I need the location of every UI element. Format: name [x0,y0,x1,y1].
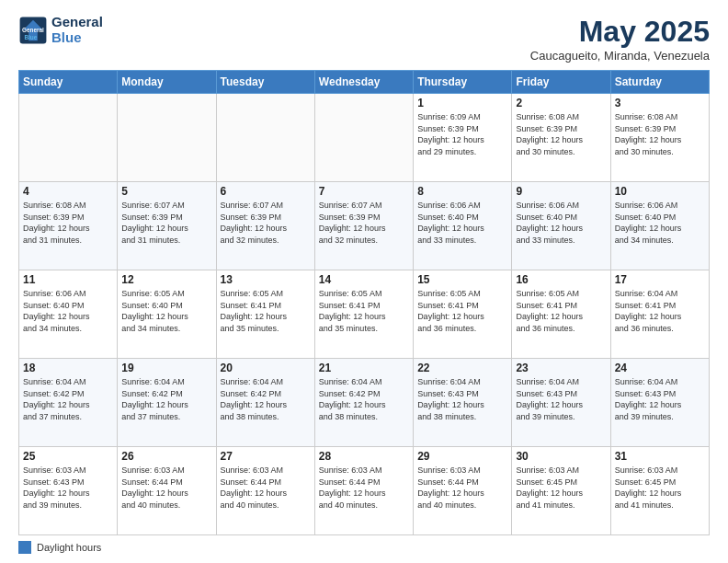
day-number: 25 [23,450,113,463]
day-info: Sunrise: 6:03 AM Sunset: 6:44 PM Dayligh… [319,465,409,511]
day-info: Sunrise: 6:05 AM Sunset: 6:40 PM Dayligh… [121,288,211,334]
calendar-cell: 6Sunrise: 6:07 AM Sunset: 6:39 PM Daylig… [216,182,314,270]
day-number: 6 [221,185,311,198]
day-info: Sunrise: 6:05 AM Sunset: 6:41 PM Dayligh… [417,288,507,334]
day-number: 8 [417,185,507,198]
day-number: 30 [516,450,606,463]
day-number: 13 [221,273,311,286]
legend-color-box [18,541,31,554]
calendar-cell: 28Sunrise: 6:03 AM Sunset: 6:44 PM Dayli… [314,447,413,535]
legend: Daylight hours [18,541,710,554]
calendar-header-friday: Friday [512,71,610,94]
calendar-header-monday: Monday [118,71,216,94]
day-info: Sunrise: 6:07 AM Sunset: 6:39 PM Dayligh… [221,200,311,246]
logo-text-general: General [51,15,103,30]
day-info: Sunrise: 6:06 AM Sunset: 6:40 PM Dayligh… [615,200,705,246]
day-info: Sunrise: 6:07 AM Sunset: 6:39 PM Dayligh… [121,200,211,246]
calendar-cell: 16Sunrise: 6:05 AM Sunset: 6:41 PM Dayli… [512,270,610,359]
calendar-cell: 1Sunrise: 6:09 AM Sunset: 6:39 PM Daylig… [414,94,512,182]
day-info: Sunrise: 6:03 AM Sunset: 6:44 PM Dayligh… [221,465,311,511]
calendar-cell: 4Sunrise: 6:08 AM Sunset: 6:39 PM Daylig… [19,182,118,270]
day-number: 21 [319,362,409,374]
calendar-header-tuesday: Tuesday [216,71,314,94]
calendar-cell: 12Sunrise: 6:05 AM Sunset: 6:40 PM Dayli… [118,270,216,359]
logo-icon: General Blue [18,16,48,45]
svg-text:Blue: Blue [24,33,37,40]
calendar-table: SundayMondayTuesdayWednesdayThursdayFrid… [18,70,710,535]
calendar-week-2: 4Sunrise: 6:08 AM Sunset: 6:39 PM Daylig… [19,182,710,270]
location: Caucagueito, Miranda, Venezuela [530,49,710,63]
calendar-cell: 5Sunrise: 6:07 AM Sunset: 6:39 PM Daylig… [118,182,216,270]
day-info: Sunrise: 6:06 AM Sunset: 6:40 PM Dayligh… [516,200,606,246]
calendar-cell: 14Sunrise: 6:05 AM Sunset: 6:41 PM Dayli… [314,270,413,359]
day-info: Sunrise: 6:05 AM Sunset: 6:41 PM Dayligh… [516,288,606,334]
day-info: Sunrise: 6:03 AM Sunset: 6:45 PM Dayligh… [615,465,705,511]
day-number: 22 [417,362,507,374]
day-number: 4 [23,185,113,198]
day-number: 23 [516,362,606,374]
calendar-cell: 22Sunrise: 6:04 AM Sunset: 6:43 PM Dayli… [414,359,512,447]
day-number: 3 [615,97,705,109]
calendar-cell [216,94,314,182]
calendar-cell: 10Sunrise: 6:06 AM Sunset: 6:40 PM Dayli… [610,182,709,270]
month-title: May 2025 [530,15,710,49]
day-info: Sunrise: 6:03 AM Sunset: 6:45 PM Dayligh… [516,465,606,511]
day-number: 20 [221,362,311,374]
day-number: 27 [221,450,311,463]
day-number: 17 [615,273,705,286]
day-info: Sunrise: 6:03 AM Sunset: 6:44 PM Dayligh… [121,465,211,511]
day-number: 5 [121,185,211,198]
calendar-cell: 21Sunrise: 6:04 AM Sunset: 6:42 PM Dayli… [314,359,413,447]
day-info: Sunrise: 6:05 AM Sunset: 6:41 PM Dayligh… [221,288,311,334]
day-number: 16 [516,273,606,286]
page: General Blue General Blue May 2025 Cauca… [0,0,728,563]
calendar-cell: 18Sunrise: 6:04 AM Sunset: 6:42 PM Dayli… [19,359,118,447]
calendar-cell: 25Sunrise: 6:03 AM Sunset: 6:43 PM Dayli… [19,447,118,535]
day-info: Sunrise: 6:05 AM Sunset: 6:41 PM Dayligh… [319,288,409,334]
calendar-cell: 31Sunrise: 6:03 AM Sunset: 6:45 PM Dayli… [610,447,709,535]
day-number: 15 [417,273,507,286]
day-info: Sunrise: 6:08 AM Sunset: 6:39 PM Dayligh… [23,200,113,246]
day-number: 11 [23,273,113,286]
svg-text:General: General [22,26,44,32]
calendar-cell: 2Sunrise: 6:08 AM Sunset: 6:39 PM Daylig… [512,94,610,182]
logo: General Blue General Blue [18,15,103,45]
calendar-cell [314,94,413,182]
day-info: Sunrise: 6:06 AM Sunset: 6:40 PM Dayligh… [23,288,113,334]
day-number: 12 [121,273,211,286]
day-info: Sunrise: 6:08 AM Sunset: 6:39 PM Dayligh… [615,111,705,157]
day-info: Sunrise: 6:03 AM Sunset: 6:44 PM Dayligh… [417,465,507,511]
day-info: Sunrise: 6:04 AM Sunset: 6:43 PM Dayligh… [615,376,705,422]
calendar-cell: 27Sunrise: 6:03 AM Sunset: 6:44 PM Dayli… [216,447,314,535]
day-info: Sunrise: 6:04 AM Sunset: 6:43 PM Dayligh… [516,376,606,422]
calendar-cell: 29Sunrise: 6:03 AM Sunset: 6:44 PM Dayli… [414,447,512,535]
calendar-cell: 17Sunrise: 6:04 AM Sunset: 6:41 PM Dayli… [610,270,709,359]
day-info: Sunrise: 6:09 AM Sunset: 6:39 PM Dayligh… [417,111,507,157]
day-number: 14 [319,273,409,286]
day-number: 18 [23,362,113,374]
day-number: 7 [319,185,409,198]
day-number: 10 [615,185,705,198]
calendar-week-5: 25Sunrise: 6:03 AM Sunset: 6:43 PM Dayli… [19,447,710,535]
calendar-week-4: 18Sunrise: 6:04 AM Sunset: 6:42 PM Dayli… [19,359,710,447]
calendar-header-wednesday: Wednesday [314,71,413,94]
calendar-header-saturday: Saturday [610,71,709,94]
title-block: May 2025 Caucagueito, Miranda, Venezuela [530,15,710,63]
calendar-cell: 26Sunrise: 6:03 AM Sunset: 6:44 PM Dayli… [118,447,216,535]
calendar-cell: 30Sunrise: 6:03 AM Sunset: 6:45 PM Dayli… [512,447,610,535]
calendar-cell: 7Sunrise: 6:07 AM Sunset: 6:39 PM Daylig… [314,182,413,270]
day-info: Sunrise: 6:04 AM Sunset: 6:42 PM Dayligh… [221,376,311,422]
calendar-cell: 24Sunrise: 6:04 AM Sunset: 6:43 PM Dayli… [610,359,709,447]
calendar-cell: 3Sunrise: 6:08 AM Sunset: 6:39 PM Daylig… [610,94,709,182]
day-number: 2 [516,97,606,109]
calendar-cell: 9Sunrise: 6:06 AM Sunset: 6:40 PM Daylig… [512,182,610,270]
day-number: 19 [121,362,211,374]
calendar-cell [118,94,216,182]
legend-label: Daylight hours [37,542,101,553]
calendar-cell [19,94,118,182]
day-info: Sunrise: 6:04 AM Sunset: 6:42 PM Dayligh… [121,376,211,422]
day-number: 9 [516,185,606,198]
day-info: Sunrise: 6:04 AM Sunset: 6:42 PM Dayligh… [23,376,113,422]
day-info: Sunrise: 6:08 AM Sunset: 6:39 PM Dayligh… [516,111,606,157]
day-info: Sunrise: 6:06 AM Sunset: 6:40 PM Dayligh… [417,200,507,246]
